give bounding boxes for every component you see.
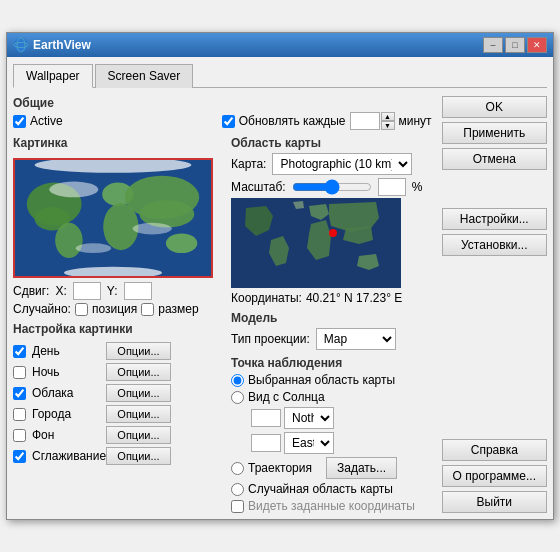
exit-button[interactable]: Выйти: [442, 491, 547, 513]
update-checkbox[interactable]: [222, 115, 235, 128]
active-label: Active: [30, 114, 63, 128]
map-area-label: Область карты: [231, 136, 432, 150]
night-checkbox[interactable]: [13, 366, 26, 379]
clouds-label: Облака: [32, 386, 100, 400]
random-area-label: Случайная область карты: [248, 482, 393, 496]
list-item: Выбранная область карты: [231, 373, 432, 387]
earth-svg: [15, 160, 211, 278]
ok-button[interactable]: OK: [442, 96, 547, 118]
coord-value: 40.21° N 17.23° E: [306, 291, 402, 305]
random-area-radio[interactable]: [231, 483, 244, 496]
shift-label: Сдвиг:: [13, 284, 49, 298]
east-row: 0° East West: [251, 432, 334, 454]
size-checkbox[interactable]: [141, 303, 154, 316]
east-select[interactable]: East West: [284, 432, 334, 454]
smooth-label: Сглаживание: [32, 449, 100, 463]
svg-point-0: [14, 38, 28, 52]
clouds-checkbox[interactable]: [13, 387, 26, 400]
north-select[interactable]: Noth South: [284, 407, 334, 429]
help-button[interactable]: Справка: [442, 439, 547, 461]
x-label: X:: [55, 284, 66, 298]
map-preview-svg: [231, 198, 401, 288]
scale-label: Масштаб:: [231, 180, 286, 194]
tab-bar: Wallpaper Screen Saver: [13, 63, 547, 88]
projection-select[interactable]: Map Globe Flat: [316, 328, 396, 350]
list-item: Траектория Задать...: [231, 457, 432, 479]
list-item: День Опции...: [13, 342, 223, 360]
bg-checkbox[interactable]: [13, 429, 26, 442]
cities-options-button[interactable]: Опции...: [106, 405, 171, 423]
day-checkbox[interactable]: [13, 345, 26, 358]
spinner-up[interactable]: ▲: [381, 112, 395, 121]
update-unit: минут: [399, 114, 432, 128]
apply-button[interactable]: Применить: [442, 122, 547, 144]
scale-value-input[interactable]: 50: [378, 178, 406, 196]
list-item: Вид с Солнца: [231, 390, 432, 404]
sun-view-radio[interactable]: [231, 391, 244, 404]
smooth-checkbox[interactable]: [13, 450, 26, 463]
tab-wallpaper[interactable]: Wallpaper: [13, 64, 93, 88]
coord-label: Координаты:: [231, 291, 302, 305]
settings-button[interactable]: Настройки...: [442, 208, 547, 230]
east-value-input[interactable]: 0°: [251, 434, 281, 452]
svg-point-14: [49, 182, 98, 198]
position-label: позиция: [92, 302, 137, 316]
minimize-button[interactable]: –: [483, 37, 503, 53]
cities-checkbox[interactable]: [13, 408, 26, 421]
app-icon: [13, 37, 29, 53]
window-body: Wallpaper Screen Saver Общие Active: [7, 57, 553, 519]
observation-label: Точка наблюдения: [231, 356, 432, 370]
maximize-button[interactable]: □: [505, 37, 525, 53]
model-section: Модель Тип проекции: Map Globe Flat: [231, 311, 432, 350]
install-button[interactable]: Установки...: [442, 234, 547, 256]
title-bar: EarthView – □ ✕: [7, 33, 553, 57]
cities-label: Города: [32, 407, 100, 421]
show-coords-label: Видеть заданные координаты: [248, 499, 415, 513]
svg-point-6: [55, 223, 82, 258]
x-value-input[interactable]: 0: [73, 282, 101, 300]
general-section: Общие Active Обновлять каждые 10: [13, 96, 432, 130]
list-item: Видеть заданные координаты: [231, 499, 432, 513]
observation-section: Точка наблюдения Выбранная область карты: [231, 356, 432, 513]
bg-options-button[interactable]: Опции...: [106, 426, 171, 444]
update-spinner: 10 ▲ ▼: [350, 112, 395, 130]
bg-label: Фон: [32, 428, 100, 442]
list-item: Города Опции...: [13, 405, 223, 423]
selected-area-radio[interactable]: [231, 374, 244, 387]
smooth-options-button[interactable]: Опции...: [106, 447, 171, 465]
north-row: 0° Noth South: [251, 407, 334, 429]
list-item: Сглаживание Опции...: [13, 447, 223, 465]
model-label: Модель: [231, 311, 432, 325]
y-label: Y:: [107, 284, 118, 298]
active-checkbox[interactable]: [13, 115, 26, 128]
picture-settings-group: День Опции... Ночь Опции...: [13, 342, 223, 465]
picture-label: Картинка: [13, 136, 223, 150]
cancel-button[interactable]: Отмена: [442, 148, 547, 170]
spinner-down[interactable]: ▼: [381, 121, 395, 130]
title-bar-controls: – □ ✕: [483, 37, 547, 53]
projection-label: Тип проекции:: [231, 332, 310, 346]
tab-screensaver[interactable]: Screen Saver: [95, 64, 194, 88]
pic-settings-label: Настройка картинки: [13, 322, 223, 336]
update-value-input[interactable]: 10: [350, 112, 380, 130]
size-label: размер: [158, 302, 198, 316]
scale-slider[interactable]: [292, 179, 372, 195]
about-button[interactable]: О программе...: [442, 465, 547, 487]
trajectory-radio[interactable]: [231, 462, 244, 475]
side-button-panel: OK Применить Отмена Настройки... Установ…: [438, 96, 547, 513]
position-checkbox[interactable]: [75, 303, 88, 316]
y-value-input[interactable]: 0: [124, 282, 152, 300]
day-options-button[interactable]: Опции...: [106, 342, 171, 360]
clouds-options-button[interactable]: Опции...: [106, 384, 171, 402]
north-value-input[interactable]: 0°: [251, 409, 281, 427]
close-button[interactable]: ✕: [527, 37, 547, 53]
map-preview: [231, 198, 401, 288]
svg-point-16: [76, 243, 111, 253]
show-coords-checkbox[interactable]: [231, 500, 244, 513]
selected-area-label: Выбранная область карты: [248, 373, 395, 387]
set-button[interactable]: Задать...: [326, 457, 397, 479]
list-item: Фон Опции...: [13, 426, 223, 444]
night-options-button[interactable]: Опции...: [106, 363, 171, 381]
sun-view-label: Вид с Солнца: [248, 390, 325, 404]
map-select[interactable]: Photographic (10 km) Relief Political: [272, 153, 412, 175]
